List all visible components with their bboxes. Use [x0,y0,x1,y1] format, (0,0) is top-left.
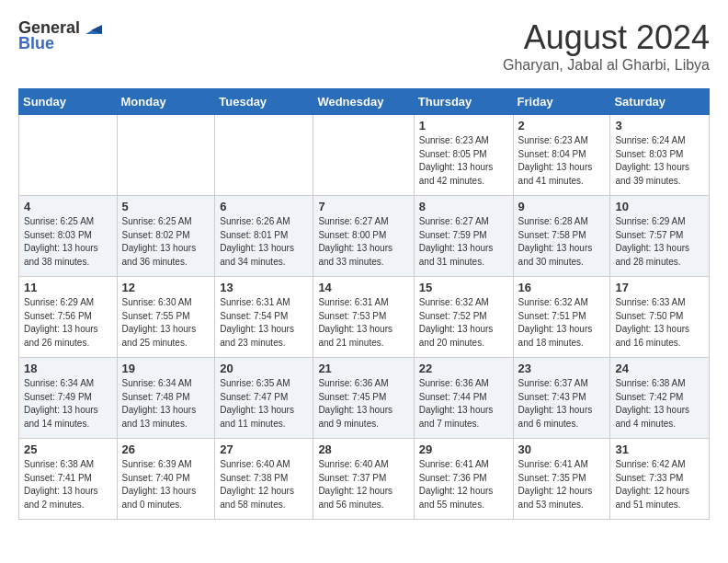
calendar-week-row: 4Sunrise: 6:25 AM Sunset: 8:03 PM Daylig… [19,196,710,277]
logo: General Blue [18,18,102,53]
calendar-week-row: 18Sunrise: 6:34 AM Sunset: 7:49 PM Dayli… [19,358,710,439]
calendar-cell [117,115,215,196]
day-number: 21 [318,362,408,375]
calendar-cell: 27Sunrise: 6:40 AM Sunset: 7:38 PM Dayli… [215,439,313,520]
calendar-cell: 9Sunrise: 6:28 AM Sunset: 7:58 PM Daylig… [513,196,610,277]
calendar-cell: 1Sunrise: 6:23 AM Sunset: 8:05 PM Daylig… [414,115,513,196]
cell-content: Sunrise: 6:29 AM Sunset: 7:56 PM Dayligh… [24,296,112,350]
calendar-cell: 7Sunrise: 6:27 AM Sunset: 8:00 PM Daylig… [313,196,414,277]
weekday-header-friday: Friday [513,89,610,115]
day-number: 14 [318,281,408,294]
cell-content: Sunrise: 6:41 AM Sunset: 7:35 PM Dayligh… [518,458,606,511]
day-number: 11 [24,281,112,294]
logo-blue: Blue [18,34,54,53]
calendar-cell: 17Sunrise: 6:33 AM Sunset: 7:50 PM Dayli… [610,277,710,358]
location-subtitle: Gharyan, Jabal al Gharbi, Libya [503,57,710,74]
cell-content: Sunrise: 6:31 AM Sunset: 7:53 PM Dayligh… [318,296,408,350]
day-number: 9 [518,200,606,213]
day-number: 15 [419,281,508,294]
calendar-cell: 15Sunrise: 6:32 AM Sunset: 7:52 PM Dayli… [414,277,513,358]
calendar-cell: 18Sunrise: 6:34 AM Sunset: 7:49 PM Dayli… [19,358,118,439]
calendar-cell: 12Sunrise: 6:30 AM Sunset: 7:55 PM Dayli… [117,277,215,358]
day-number: 16 [518,281,606,294]
calendar-cell: 10Sunrise: 6:29 AM Sunset: 7:57 PM Dayli… [610,196,710,277]
cell-content: Sunrise: 6:36 AM Sunset: 7:44 PM Dayligh… [419,377,508,431]
day-number: 30 [518,442,606,456]
cell-content: Sunrise: 6:23 AM Sunset: 8:05 PM Dayligh… [419,134,508,188]
day-number: 5 [122,200,210,213]
cell-content: Sunrise: 6:29 AM Sunset: 7:57 PM Dayligh… [615,215,704,269]
weekday-header-monday: Monday [117,89,215,115]
calendar-week-row: 25Sunrise: 6:38 AM Sunset: 7:41 PM Dayli… [19,439,710,520]
month-year-title: August 2024 [503,18,710,57]
cell-content: Sunrise: 6:40 AM Sunset: 7:37 PM Dayligh… [318,458,408,511]
day-number: 25 [24,442,112,456]
cell-content: Sunrise: 6:28 AM Sunset: 7:58 PM Dayligh… [518,215,606,269]
cell-content: Sunrise: 6:35 AM Sunset: 7:47 PM Dayligh… [220,377,308,431]
cell-content: Sunrise: 6:33 AM Sunset: 7:50 PM Dayligh… [615,296,704,350]
cell-content: Sunrise: 6:32 AM Sunset: 7:52 PM Dayligh… [419,296,508,350]
calendar-cell: 24Sunrise: 6:38 AM Sunset: 7:42 PM Dayli… [610,358,710,439]
day-number: 10 [615,200,704,213]
calendar-cell: 20Sunrise: 6:35 AM Sunset: 7:47 PM Dayli… [215,358,313,439]
weekday-header-saturday: Saturday [610,89,710,115]
day-number: 24 [615,362,704,375]
calendar-cell: 22Sunrise: 6:36 AM Sunset: 7:44 PM Dayli… [414,358,513,439]
cell-content: Sunrise: 6:32 AM Sunset: 7:51 PM Dayligh… [518,296,606,350]
cell-content: Sunrise: 6:25 AM Sunset: 8:02 PM Dayligh… [122,215,210,269]
page-header: General Blue August 2024 Gharyan, Jabal … [18,18,710,74]
day-number: 4 [24,200,112,213]
day-number: 28 [318,442,408,456]
calendar-cell: 4Sunrise: 6:25 AM Sunset: 8:03 PM Daylig… [19,196,118,277]
cell-content: Sunrise: 6:25 AM Sunset: 8:03 PM Dayligh… [24,215,112,269]
calendar-cell: 8Sunrise: 6:27 AM Sunset: 7:59 PM Daylig… [414,196,513,277]
calendar-cell: 5Sunrise: 6:25 AM Sunset: 8:02 PM Daylig… [117,196,215,277]
cell-content: Sunrise: 6:39 AM Sunset: 7:40 PM Dayligh… [122,458,210,511]
calendar-cell: 16Sunrise: 6:32 AM Sunset: 7:51 PM Dayli… [513,277,610,358]
day-number: 31 [615,442,704,456]
calendar-week-row: 11Sunrise: 6:29 AM Sunset: 7:56 PM Dayli… [19,277,710,358]
day-number: 27 [220,442,308,456]
calendar-cell: 13Sunrise: 6:31 AM Sunset: 7:54 PM Dayli… [215,277,313,358]
cell-content: Sunrise: 6:34 AM Sunset: 7:48 PM Dayligh… [122,377,210,431]
cell-content: Sunrise: 6:30 AM Sunset: 7:55 PM Dayligh… [122,296,210,350]
calendar-cell [215,115,313,196]
day-number: 26 [122,442,210,456]
calendar-cell: 21Sunrise: 6:36 AM Sunset: 7:45 PM Dayli… [313,358,414,439]
day-number: 29 [419,442,508,456]
cell-content: Sunrise: 6:23 AM Sunset: 8:04 PM Dayligh… [518,134,606,188]
cell-content: Sunrise: 6:36 AM Sunset: 7:45 PM Dayligh… [318,377,408,431]
cell-content: Sunrise: 6:37 AM Sunset: 7:43 PM Dayligh… [518,377,606,431]
day-number: 12 [122,281,210,294]
calendar-cell: 19Sunrise: 6:34 AM Sunset: 7:48 PM Dayli… [117,358,215,439]
calendar-cell: 29Sunrise: 6:41 AM Sunset: 7:36 PM Dayli… [414,439,513,520]
cell-content: Sunrise: 6:42 AM Sunset: 7:33 PM Dayligh… [615,458,704,511]
cell-content: Sunrise: 6:31 AM Sunset: 7:54 PM Dayligh… [220,296,308,350]
calendar-cell: 31Sunrise: 6:42 AM Sunset: 7:33 PM Dayli… [610,439,710,520]
calendar-week-row: 1Sunrise: 6:23 AM Sunset: 8:05 PM Daylig… [19,115,710,196]
weekday-header-thursday: Thursday [414,89,513,115]
calendar-cell: 25Sunrise: 6:38 AM Sunset: 7:41 PM Dayli… [19,439,118,520]
day-number: 17 [615,281,704,294]
cell-content: Sunrise: 6:38 AM Sunset: 7:41 PM Dayligh… [24,458,112,511]
calendar-cell: 23Sunrise: 6:37 AM Sunset: 7:43 PM Dayli… [513,358,610,439]
calendar-cell: 30Sunrise: 6:41 AM Sunset: 7:35 PM Dayli… [513,439,610,520]
cell-content: Sunrise: 6:27 AM Sunset: 8:00 PM Dayligh… [318,215,408,269]
cell-content: Sunrise: 6:24 AM Sunset: 8:03 PM Dayligh… [615,134,704,188]
day-number: 8 [419,200,508,213]
calendar-cell: 6Sunrise: 6:26 AM Sunset: 8:01 PM Daylig… [215,196,313,277]
cell-content: Sunrise: 6:38 AM Sunset: 7:42 PM Dayligh… [615,377,704,431]
calendar-cell [313,115,414,196]
calendar-header-row: SundayMondayTuesdayWednesdayThursdayFrid… [19,89,710,115]
calendar-cell: 3Sunrise: 6:24 AM Sunset: 8:03 PM Daylig… [610,115,710,196]
calendar-cell: 11Sunrise: 6:29 AM Sunset: 7:56 PM Dayli… [19,277,118,358]
cell-content: Sunrise: 6:26 AM Sunset: 8:01 PM Dayligh… [220,215,308,269]
cell-content: Sunrise: 6:27 AM Sunset: 7:59 PM Dayligh… [419,215,508,269]
cell-content: Sunrise: 6:41 AM Sunset: 7:36 PM Dayligh… [419,458,508,511]
weekday-header-wednesday: Wednesday [313,89,414,115]
day-number: 3 [615,119,704,132]
weekday-header-sunday: Sunday [19,89,118,115]
day-number: 6 [220,200,308,213]
day-number: 7 [318,200,408,213]
calendar-cell: 2Sunrise: 6:23 AM Sunset: 8:04 PM Daylig… [513,115,610,196]
